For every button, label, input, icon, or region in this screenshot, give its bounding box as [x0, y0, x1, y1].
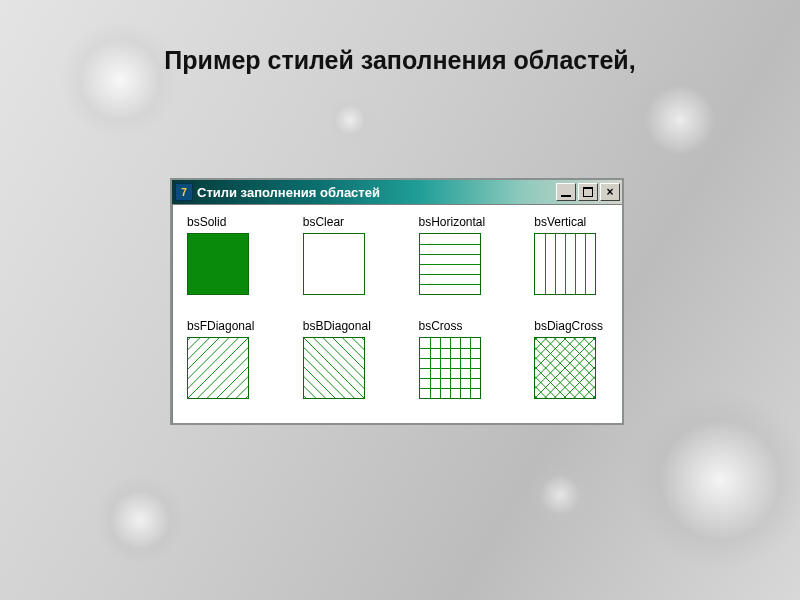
maximize-icon — [583, 187, 593, 197]
svg-line-0 — [188, 338, 248, 398]
style-cell-bsFDiagonal: bsFDiagonal — [187, 319, 261, 399]
style-label: bsCross — [419, 319, 493, 333]
diagonal-lines-icon — [304, 338, 364, 398]
client-area: bsSolid bsClear bsHorizontal bsVertical — [172, 204, 622, 423]
style-cell-bsClear: bsClear — [303, 215, 377, 295]
svg-line-13 — [304, 338, 364, 398]
swatch-bsBDiagonal — [303, 337, 365, 399]
style-cell-bsCross: bsCross — [419, 319, 493, 399]
close-button[interactable]: × — [600, 183, 620, 201]
close-icon: × — [606, 186, 613, 198]
styles-row-1: bsSolid bsClear bsHorizontal bsVertical — [187, 215, 608, 295]
style-cell-bsDiagCross: bsDiagCross — [534, 319, 608, 399]
style-cell-bsSolid: bsSolid — [187, 215, 261, 295]
maximize-button[interactable] — [578, 183, 598, 201]
swatch-bsFDiagonal — [187, 337, 249, 399]
swatch-bsVertical — [534, 233, 596, 295]
style-cell-bsBDiagonal: bsBDiagonal — [303, 319, 377, 399]
style-label: bsBDiagonal — [303, 319, 377, 333]
app-window: 7 Стили заполнения областей × bsSolid bs… — [170, 178, 624, 425]
style-label: bsSolid — [187, 215, 261, 229]
styles-row-2: bsFDiagonal — [187, 319, 608, 399]
swatch-bsSolid — [187, 233, 249, 295]
swatch-bsClear — [303, 233, 365, 295]
style-label: bsHorizontal — [419, 215, 493, 229]
style-label: bsDiagCross — [534, 319, 608, 333]
titlebar[interactable]: 7 Стили заполнения областей × — [172, 180, 622, 204]
style-cell-bsHorizontal: bsHorizontal — [419, 215, 493, 295]
style-cell-bsVertical: bsVertical — [534, 215, 608, 295]
swatch-bsDiagCross — [534, 337, 596, 399]
app-icon: 7 — [175, 183, 193, 201]
slide-title: Пример стилей заполнения областей, — [0, 46, 800, 75]
style-label: bsFDiagonal — [187, 319, 261, 333]
minimize-icon — [561, 195, 571, 197]
diagonal-lines-icon — [188, 338, 248, 398]
style-label: bsVertical — [534, 215, 608, 229]
diagonal-cross-icon — [535, 338, 595, 398]
minimize-button[interactable] — [556, 183, 576, 201]
style-label: bsClear — [303, 215, 377, 229]
swatch-bsHorizontal — [419, 233, 481, 295]
window-title: Стили заполнения областей — [197, 185, 554, 200]
swatch-bsCross — [419, 337, 481, 399]
